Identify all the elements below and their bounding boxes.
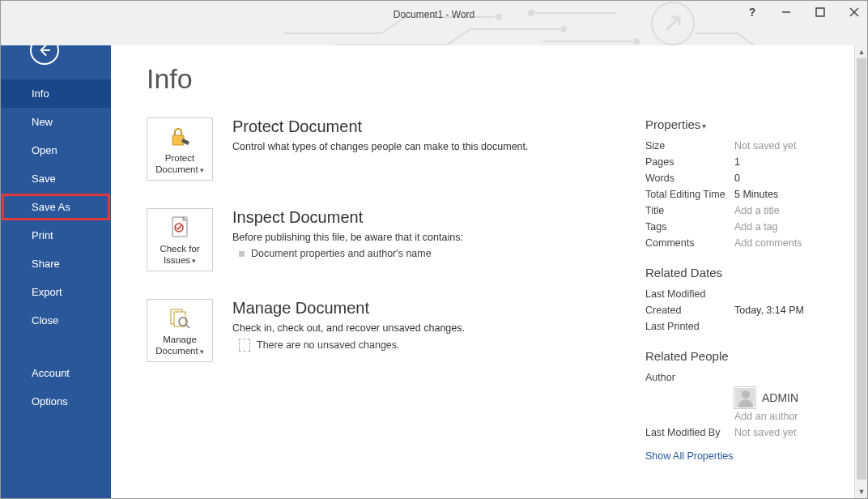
svg-point-1 [561, 27, 566, 32]
author-name: ADMIN [762, 391, 798, 404]
add-author-label: Add an author [734, 411, 798, 422]
prop-row-words: Words0 [645, 170, 846, 186]
prop-row-size: SizeNot saved yet [645, 138, 846, 154]
backstage-sidebar: Info New Open Save Save As Print Share E… [1, 45, 111, 498]
tile-label: Manage Document [155, 335, 198, 356]
sidebar-item-label: Info [32, 87, 49, 100]
sidebar-item-label: Options [32, 395, 68, 407]
prop-label: Comments [645, 237, 734, 249]
note-text: There are no unsaved changes. [257, 339, 400, 351]
backstage-window: Document1 - Word ? Info New Open Sav [0, 0, 868, 499]
sidebar-item-save[interactable]: Save [1, 164, 111, 193]
check-for-issues-tile[interactable]: Check for Issues▾ [147, 208, 213, 271]
show-all-properties-link[interactable]: Show All Properties [645, 450, 733, 462]
sidebar-item-label: Save As [32, 201, 70, 213]
section-desc: Control what types of changes people can… [232, 141, 629, 152]
minimize-button[interactable] [778, 4, 794, 20]
sidebar-item-save-as[interactable]: Save As [1, 193, 111, 221]
maximize-button[interactable] [812, 4, 828, 20]
sidebar-item-label: Share [32, 258, 60, 270]
avatar-icon [734, 387, 755, 408]
prop-label: Author [645, 372, 734, 383]
bullet-text: Document properties and author's name [251, 248, 432, 259]
sidebar-item-new[interactable]: New [1, 108, 111, 136]
sidebar-item-export[interactable]: Export [1, 278, 111, 306]
lock-icon [167, 124, 193, 150]
prop-label: Title [645, 205, 734, 216]
bullet-icon [239, 251, 245, 257]
section-inspect: Check for Issues▾ Inspect Document Befor… [147, 208, 629, 271]
chevron-down-icon: ▾ [200, 348, 204, 356]
document-check-icon [167, 215, 193, 241]
sidebar-item-label: Open [32, 144, 57, 156]
prop-label: Last Modified [645, 288, 734, 300]
prop-value: 0 [734, 173, 740, 184]
svg-point-2 [634, 39, 639, 44]
properties-dropdown[interactable]: Properties▾ [645, 117, 846, 131]
section-title: Manage Document [232, 299, 629, 318]
window-title: Document1 - Word [1, 9, 867, 20]
prop-value: Not saved yet [734, 140, 796, 151]
prop-label: Size [645, 140, 734, 151]
chevron-down-icon: ▾ [192, 257, 196, 265]
sidebar-item-label: Account [32, 367, 70, 379]
scrollbar-thumb[interactable] [857, 58, 866, 480]
add-author[interactable]: Add an author [734, 408, 846, 424]
prop-row-last-modified: Last Modified [645, 286, 846, 302]
sidebar-item-label: Print [32, 229, 53, 241]
prop-row-last-modified-by: Last Modified By Not saved yet [645, 424, 846, 441]
prop-row-title[interactable]: TitleAdd a title [645, 203, 846, 219]
prop-row-comments[interactable]: CommentsAdd comments [645, 235, 846, 251]
prop-row-author: Author [645, 369, 846, 386]
properties-header-label: Properties [645, 117, 700, 131]
section-desc: Check in, check out, and recover unsaved… [232, 322, 629, 334]
prop-value: Not saved yet [734, 427, 796, 438]
tile-label: Protect Document [155, 153, 198, 174]
prop-label: Pages [645, 156, 734, 168]
help-button[interactable]: ? [744, 4, 760, 20]
prop-label: Last Printed [645, 321, 734, 332]
sidebar-item-account[interactable]: Account [1, 359, 111, 387]
titlebar: Document1 - Word ? [1, 1, 867, 45]
prop-value: 5 Minutes [734, 189, 778, 200]
section-protect: Protect Document▾ Protect Document Contr… [147, 117, 629, 181]
sidebar-item-close[interactable]: Close [1, 306, 111, 335]
scroll-up-button[interactable]: ▲ [855, 45, 867, 58]
prop-label: Total Editing Time [645, 189, 734, 200]
prop-row-edit-time: Total Editing Time5 Minutes [645, 186, 846, 203]
prop-label: Words [645, 173, 734, 184]
document-dashed-icon [239, 339, 250, 352]
section-manage: Manage Document▾ Manage Document Check i… [147, 299, 629, 362]
document-stack-icon [167, 305, 193, 331]
sidebar-item-print[interactable]: Print [1, 221, 111, 250]
inspect-bullet: Document properties and author's name [232, 248, 629, 259]
close-button[interactable] [846, 4, 862, 20]
body: Info New Open Save Save As Print Share E… [1, 45, 867, 498]
main-panel: Info Protect Document▾ [111, 45, 867, 498]
sidebar-item-label: Export [32, 286, 62, 298]
protect-document-tile[interactable]: Protect Document▾ [147, 117, 213, 181]
sidebar-item-info[interactable]: Info [1, 79, 111, 108]
svg-rect-9 [172, 135, 184, 145]
page-title: Info [147, 63, 857, 95]
vertical-scrollbar[interactable]: ▲ ▼ [854, 45, 867, 498]
prop-row-pages: Pages1 [645, 154, 846, 170]
section-desc: Before publishing this file, be aware th… [232, 232, 629, 243]
prop-label: Tags [645, 221, 734, 232]
scroll-down-button[interactable]: ▼ [855, 485, 867, 498]
prop-value: 1 [734, 156, 740, 168]
manage-document-tile[interactable]: Manage Document▾ [147, 299, 213, 362]
prop-row-tags[interactable]: TagsAdd a tag [645, 219, 846, 235]
sidebar-item-share[interactable]: Share [1, 250, 111, 278]
window-controls: ? [744, 4, 862, 20]
prop-value: Add a title [734, 205, 780, 216]
sidebar-item-options[interactable]: Options [1, 387, 111, 416]
sidebar-item-open[interactable]: Open [1, 136, 111, 164]
prop-label: Created [645, 305, 734, 316]
author-chip[interactable]: ADMIN [734, 387, 846, 408]
related-dates-header: Related Dates [645, 266, 846, 279]
chevron-down-icon: ▾ [200, 166, 204, 174]
sidebar-item-label: Close [32, 314, 58, 326]
sidebar-item-label: Save [32, 173, 56, 185]
chevron-down-icon: ▾ [702, 122, 706, 130]
